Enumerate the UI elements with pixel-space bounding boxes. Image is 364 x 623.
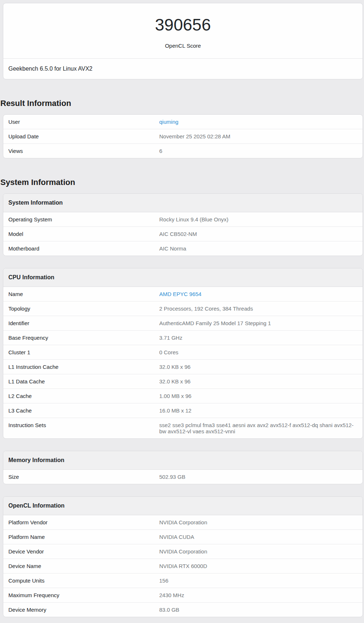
table-row-l1-data-cache: L1 Data Cache 32.0 KB x 96 <box>3 374 363 389</box>
table-row-user: User qiuming <box>3 115 363 129</box>
row-label: Identifier <box>3 316 154 331</box>
row-label: L1 Data Cache <box>3 374 154 389</box>
opencl-information-card: OpenCL Information Platform Vendor NVIDI… <box>3 496 363 617</box>
table-row-device-vendor: Device Vendor NVIDIA Corporation <box>3 544 363 559</box>
row-value: 3.71 GHz <box>154 331 363 345</box>
row-label: Maximum Frequency <box>3 588 154 603</box>
user-link[interactable]: qiuming <box>159 119 179 125</box>
table-row-compute-units: Compute Units 156 <box>3 573 363 588</box>
opencl-score-value: 390656 <box>8 16 357 33</box>
table-row-l3-cache: L3 Cache 16.0 MB x 12 <box>3 403 363 418</box>
row-value: AuthenticAMD Family 25 Model 17 Stepping… <box>154 316 363 331</box>
row-label: L1 Instruction Cache <box>3 360 154 374</box>
memory-information-card: Memory Information Size 502.93 GB <box>3 451 363 484</box>
table-row-motherboard: Motherboard AIC Norma <box>3 241 363 256</box>
row-label: Instruction Sets <box>3 418 154 439</box>
row-label: Device Vendor <box>3 544 154 559</box>
row-value: 16.0 MB x 12 <box>154 403 363 418</box>
row-label: Device Name <box>3 559 154 573</box>
system-information-table: Operating System Rocky Linux 9.4 (Blue O… <box>3 212 363 256</box>
table-row-platform-name: Platform Name NVIDIA CUDA <box>3 530 363 544</box>
table-row-instruction-sets: Instruction Sets sse2 sse3 pclmul fma3 s… <box>3 418 363 439</box>
opencl-card-header: OpenCL Information <box>3 497 363 515</box>
row-label: Motherboard <box>3 241 154 256</box>
table-row-model: Model AIC CB502-NM <box>3 227 363 241</box>
table-row-base-frequency: Base Frequency 3.71 GHz <box>3 331 363 345</box>
score-card: 390656 OpenCL Score Geekbench 6.5.0 for … <box>3 3 363 79</box>
system-card-header: System Information <box>3 194 363 212</box>
row-value: 6 <box>154 144 363 158</box>
row-value: 2430 MHz <box>154 588 363 603</box>
row-value: 0 Cores <box>154 345 363 360</box>
opencl-score-label: OpenCL Score <box>8 43 357 49</box>
row-value: NVIDIA CUDA <box>154 530 363 544</box>
cpu-name-link[interactable]: AMD EPYC 9654 <box>159 291 202 297</box>
row-label: Device Memory <box>3 603 154 617</box>
table-row-device-memory: Device Memory 83.0 GB <box>3 603 363 617</box>
cpu-information-card: CPU Information Name AMD EPYC 9654 Topol… <box>3 268 363 439</box>
table-row-topology: Topology 2 Processors, 192 Cores, 384 Th… <box>3 301 363 316</box>
benchmark-version: Geekbench 6.5.0 for Linux AVX2 <box>3 58 363 79</box>
row-value: 32.0 KB x 96 <box>154 374 363 389</box>
system-information-card: System Information Operating System Rock… <box>3 193 363 256</box>
row-value: NVIDIA Corporation <box>154 544 363 559</box>
row-label: Cluster 1 <box>3 345 154 360</box>
table-row-operating-system: Operating System Rocky Linux 9.4 (Blue O… <box>3 212 363 227</box>
row-label: Upload Date <box>3 129 154 144</box>
row-value: 1.00 MB x 96 <box>154 389 363 403</box>
table-row-platform-vendor: Platform Vendor NVIDIA Corporation <box>3 515 363 530</box>
row-label: L2 Cache <box>3 389 154 403</box>
row-label: Size <box>3 470 154 484</box>
row-value: 2 Processors, 192 Cores, 384 Threads <box>154 301 363 316</box>
row-label: Views <box>3 144 154 158</box>
row-label: Platform Vendor <box>3 515 154 530</box>
score-hero: 390656 OpenCL Score <box>3 3 363 58</box>
row-value: Rocky Linux 9.4 (Blue Onyx) <box>154 212 363 227</box>
cpu-information-table: Name AMD EPYC 9654 Topology 2 Processors… <box>3 287 363 438</box>
row-value: 83.0 GB <box>154 603 363 617</box>
row-label: Platform Name <box>3 530 154 544</box>
table-row-size: Size 502.93 GB <box>3 470 363 484</box>
row-value: NVIDIA Corporation <box>154 515 363 530</box>
row-label: Name <box>3 287 154 301</box>
table-row-identifier: Identifier AuthenticAMD Family 25 Model … <box>3 316 363 331</box>
row-label: Operating System <box>3 212 154 227</box>
row-label: Compute Units <box>3 573 154 588</box>
table-row-cpu-name: Name AMD EPYC 9654 <box>3 287 363 301</box>
table-row-views: Views 6 <box>3 144 363 158</box>
result-information-card: User qiuming Upload Date November 25 202… <box>3 114 363 158</box>
row-value: AMD EPYC 9654 <box>154 287 363 301</box>
table-row-cluster-1: Cluster 1 0 Cores <box>3 345 363 360</box>
row-label: Base Frequency <box>3 331 154 345</box>
row-label: Topology <box>3 301 154 316</box>
row-label: User <box>3 115 154 129</box>
row-value: 32.0 KB x 96 <box>154 360 363 374</box>
system-information-heading: System Information <box>0 177 364 187</box>
cpu-card-header: CPU Information <box>3 268 363 287</box>
row-value: sse2 sse3 pclmul fma3 sse41 aesni avx av… <box>154 418 363 439</box>
row-value: November 25 2025 02:28 AM <box>154 129 363 144</box>
table-row-l1-instruction-cache: L1 Instruction Cache 32.0 KB x 96 <box>3 360 363 374</box>
row-value: AIC Norma <box>154 241 363 256</box>
row-value: AIC CB502-NM <box>154 227 363 241</box>
result-information-table: User qiuming Upload Date November 25 202… <box>3 115 363 158</box>
memory-information-table: Size 502.93 GB <box>3 470 363 484</box>
row-label: Model <box>3 227 154 241</box>
result-information-heading: Result Information <box>0 98 364 108</box>
table-row-maximum-frequency: Maximum Frequency 2430 MHz <box>3 588 363 603</box>
table-row-upload-date: Upload Date November 25 2025 02:28 AM <box>3 129 363 144</box>
row-value: qiuming <box>154 115 363 129</box>
memory-card-header: Memory Information <box>3 451 363 470</box>
table-row-device-name: Device Name NVIDIA RTX 6000D <box>3 559 363 573</box>
row-value: NVIDIA RTX 6000D <box>154 559 363 573</box>
row-value: 502.93 GB <box>154 470 363 484</box>
opencl-information-table: Platform Vendor NVIDIA Corporation Platf… <box>3 515 363 617</box>
table-row-l2-cache: L2 Cache 1.00 MB x 96 <box>3 389 363 403</box>
row-label: L3 Cache <box>3 403 154 418</box>
row-value: 156 <box>154 573 363 588</box>
